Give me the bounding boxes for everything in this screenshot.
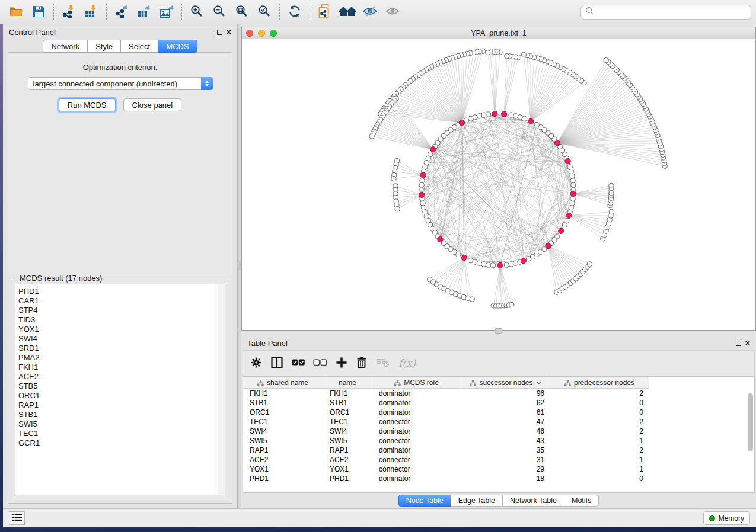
mcds-dominator-node[interactable] bbox=[419, 192, 425, 197]
table-row[interactable]: TEC1TEC1connector472 bbox=[243, 417, 754, 427]
network-node[interactable] bbox=[609, 209, 614, 214]
column-header-predecessor-nodes[interactable]: predecessor nodes bbox=[550, 377, 649, 389]
result-node-item[interactable]: ACE2 bbox=[18, 372, 218, 382]
refresh-layout-button[interactable] bbox=[283, 2, 306, 21]
mcds-dominator-node[interactable] bbox=[554, 140, 560, 146]
network-node[interactable] bbox=[569, 206, 573, 210]
network-node[interactable] bbox=[571, 182, 576, 187]
memory-button[interactable]: Memory bbox=[703, 511, 750, 525]
table-row[interactable]: ACE2ACE2connector311 bbox=[243, 455, 754, 464]
show-all-button[interactable] bbox=[381, 2, 404, 21]
tab-node-table[interactable]: Node Table bbox=[398, 495, 451, 507]
task-history-button[interactable] bbox=[9, 511, 25, 525]
result-node-item[interactable]: YOX1 bbox=[18, 325, 218, 334]
tab-network[interactable]: Network bbox=[43, 40, 88, 53]
result-node-item[interactable]: ORC1 bbox=[18, 391, 218, 400]
tab-network-table[interactable]: Network Table bbox=[502, 495, 564, 507]
column-chooser-button[interactable] bbox=[270, 354, 283, 372]
delete-columns-button[interactable] bbox=[356, 354, 368, 372]
mcds-dominator-node[interactable] bbox=[492, 111, 497, 117]
network-node[interactable] bbox=[564, 218, 569, 223]
tab-motifs[interactable]: Motifs bbox=[564, 495, 599, 507]
mcds-dominator-node[interactable] bbox=[570, 191, 576, 196]
mcds-dominator-node[interactable] bbox=[502, 111, 507, 117]
mcds-dominator-node[interactable] bbox=[559, 228, 564, 233]
deselect-all-button[interactable] bbox=[313, 354, 327, 372]
network-window-titlebar[interactable]: YPA_prune.txt_1 bbox=[242, 27, 755, 39]
zoom-selected-button[interactable] bbox=[253, 2, 276, 21]
result-node-item[interactable]: STB1 bbox=[18, 410, 218, 419]
save-session-button[interactable] bbox=[27, 2, 50, 21]
zoom-fit-button[interactable] bbox=[231, 2, 253, 21]
table-row[interactable]: SWI5SWI5connector431 bbox=[243, 436, 754, 446]
result-node-item[interactable]: STP4 bbox=[18, 306, 218, 315]
network-node[interactable] bbox=[518, 115, 522, 120]
network-node[interactable] bbox=[534, 122, 539, 127]
mcds-dominator-node[interactable] bbox=[521, 258, 526, 264]
network-node[interactable] bbox=[570, 196, 575, 201]
table-settings-button[interactable] bbox=[250, 354, 262, 372]
network-node[interactable] bbox=[486, 262, 491, 267]
network-node[interactable] bbox=[420, 201, 425, 206]
import-network-button[interactable] bbox=[58, 2, 80, 21]
hide-selected-button[interactable] bbox=[359, 2, 381, 21]
network-node[interactable] bbox=[395, 207, 400, 211]
tab-style[interactable]: Style bbox=[87, 40, 121, 53]
table-row[interactable]: STB1STB1dominator620 bbox=[243, 398, 754, 408]
result-node-item[interactable]: TID3 bbox=[18, 315, 218, 325]
network-node[interactable] bbox=[587, 262, 592, 267]
network-node[interactable] bbox=[477, 261, 481, 265]
close-table-panel-button[interactable]: × bbox=[745, 340, 750, 346]
network-node[interactable] bbox=[509, 302, 514, 307]
tab-mcds[interactable]: MCDS bbox=[158, 40, 197, 53]
zoom-in-button[interactable] bbox=[186, 2, 208, 21]
network-node[interactable] bbox=[473, 259, 477, 264]
network-node[interactable] bbox=[567, 165, 572, 169]
splitter-grip[interactable] bbox=[495, 328, 503, 334]
table-scrollbar[interactable] bbox=[748, 391, 753, 490]
table-row[interactable]: PHD1PHD1dominator180 bbox=[243, 474, 754, 483]
delete-table-button[interactable] bbox=[376, 354, 390, 372]
result-node-item[interactable]: SWI4 bbox=[18, 334, 218, 344]
table-row[interactable]: RAP1RAP1dominator352 bbox=[243, 446, 754, 455]
column-header-shared-name[interactable]: shared name bbox=[243, 377, 323, 389]
network-node[interactable] bbox=[569, 169, 573, 174]
table-row[interactable]: FKH1FKH1dominator962 bbox=[243, 389, 754, 398]
result-node-item[interactable]: RAP1 bbox=[18, 400, 218, 410]
first-neighbors-button[interactable] bbox=[336, 2, 359, 21]
network-node[interactable] bbox=[477, 114, 481, 118]
vertical-splitter[interactable] bbox=[237, 24, 241, 508]
table-row[interactable]: SWI4SWI4dominator462 bbox=[243, 427, 754, 436]
network-node[interactable] bbox=[486, 50, 490, 55]
network-node[interactable] bbox=[422, 206, 426, 210]
column-header-MCDS-role[interactable]: MCDS role bbox=[372, 377, 461, 389]
search-field[interactable] bbox=[580, 5, 751, 20]
network-node[interactable] bbox=[423, 165, 428, 169]
mcds-dominator-node[interactable] bbox=[528, 118, 534, 124]
float-table-panel-button[interactable] bbox=[736, 341, 741, 346]
network-node[interactable] bbox=[570, 178, 575, 183]
select-all-button[interactable] bbox=[292, 354, 305, 372]
splitter-grip[interactable] bbox=[238, 261, 242, 270]
network-node[interactable] bbox=[604, 58, 608, 63]
network-node[interactable] bbox=[419, 182, 424, 187]
network-node[interactable] bbox=[391, 177, 396, 181]
mcds-dominator-node[interactable] bbox=[565, 159, 570, 164]
mcds-dominator-node[interactable] bbox=[461, 255, 467, 260]
tab-select[interactable]: Select bbox=[120, 40, 158, 53]
export-table-button[interactable] bbox=[133, 2, 155, 21]
mcds-result-list[interactable]: PHD1CAR1STP4TID3YOX1SWI4SRD1PMA2FKH1ACE2… bbox=[15, 284, 225, 495]
network-node[interactable] bbox=[486, 112, 491, 117]
export-image-button[interactable] bbox=[155, 2, 178, 21]
clone-network-button[interactable] bbox=[314, 2, 336, 21]
result-node-item[interactable]: GCR1 bbox=[18, 438, 218, 448]
result-list-scrollbar[interactable] bbox=[218, 284, 225, 495]
search-input[interactable] bbox=[594, 8, 747, 17]
column-header-name[interactable]: name bbox=[323, 377, 372, 389]
result-node-item[interactable]: SWI5 bbox=[18, 419, 218, 429]
tab-edge-table[interactable]: Edge Table bbox=[451, 495, 503, 507]
column-header-successor-nodes[interactable]: successor nodes bbox=[461, 377, 550, 389]
network-node[interactable] bbox=[481, 113, 486, 117]
network-node[interactable] bbox=[490, 263, 495, 268]
mcds-dominator-node[interactable] bbox=[420, 172, 426, 178]
